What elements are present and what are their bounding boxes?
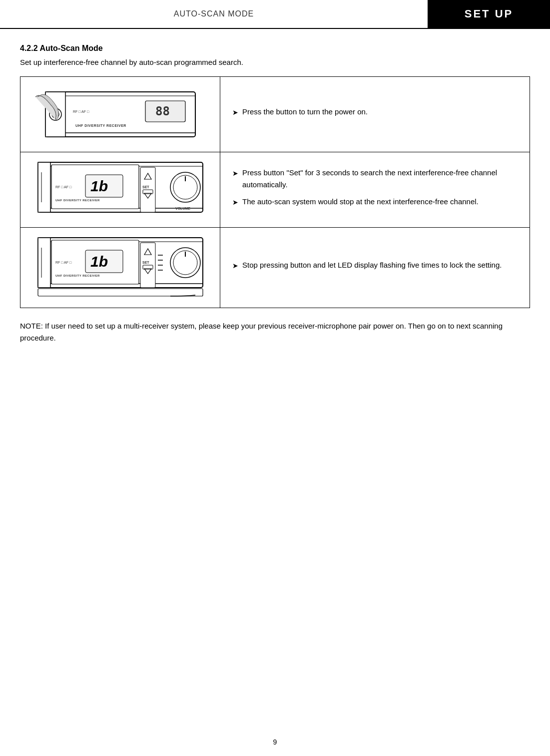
- arrow-icon-1: ➤: [232, 107, 238, 118]
- image-cell-2: RF □ AF □ UHF DIVERSITY RECEIVER 1b SET: [20, 152, 220, 228]
- section-title: 4.2.2 Auto-Scan Mode: [20, 44, 530, 53]
- page-header: AUTO-SCAN MODE SET UP: [0, 0, 550, 29]
- bullet-2-1-text: Press button "Set" for 3 seconds to sear…: [242, 167, 518, 191]
- note-section: NOTE: If user need to set up a multi-rec…: [20, 320, 530, 344]
- table-row: RF □ AF □ UHF DIVERSITY RECEIVER 1b SET: [20, 152, 530, 228]
- svg-text:SET: SET: [142, 185, 149, 189]
- table-row: RF □ AF □ UHF DIVERSITY RECEIVER 1b SET: [20, 228, 530, 308]
- svg-rect-31: [38, 238, 50, 288]
- text-cell-3: ➤ Stop pressing button and let LED displ…: [220, 228, 530, 308]
- bullet-3-1-text: Stop pressing button and let LED display…: [242, 259, 502, 271]
- page-number: 9: [273, 738, 277, 746]
- svg-text:RF □ AF □: RF □ AF □: [55, 185, 72, 189]
- device-svg-row1: 88 RF □ AF □ UHF DIVERSITY RECEIVER: [30, 82, 210, 147]
- image-cell-3: RF □ AF □ UHF DIVERSITY RECEIVER 1b SET: [20, 228, 220, 308]
- svg-text:88: 88: [155, 104, 170, 118]
- arrow-icon-2: ➤: [232, 168, 238, 179]
- device-svg-row3: RF □ AF □ UHF DIVERSITY RECEIVER 1b SET: [30, 233, 210, 303]
- image-cell-1: 88 RF □ AF □ UHF DIVERSITY RECEIVER: [20, 77, 220, 152]
- main-content: 4.2.2 Auto-Scan Mode Set up interference…: [0, 29, 550, 354]
- svg-text:UHF DIVERSITY RECEIVER: UHF DIVERSITY RECEIVER: [55, 274, 100, 277]
- svg-text:1b: 1b: [90, 253, 108, 270]
- bullet-2-1: ➤ Press button "Set" for 3 seconds to se…: [232, 167, 518, 191]
- device-illustration-3: RF □ AF □ UHF DIVERSITY RECEIVER 1b SET: [25, 233, 215, 303]
- device-svg-row2: RF □ AF □ UHF DIVERSITY RECEIVER 1b SET: [30, 157, 210, 222]
- svg-text:1b: 1b: [90, 178, 108, 194]
- arrow-icon-3: ➤: [232, 197, 238, 208]
- svg-text:UHF DIVERSITY RECEIVER: UHF DIVERSITY RECEIVER: [75, 124, 126, 127]
- section-subtitle: Set up interference-free channel by auto…: [20, 58, 530, 66]
- svg-rect-51: [38, 289, 203, 296]
- svg-text:UHF DIVERSITY RECEIVER: UHF DIVERSITY RECEIVER: [55, 199, 100, 202]
- svg-text:VOLUME: VOLUME: [175, 207, 190, 210]
- bullet-2-2-text: The auto-scan system would stop at the n…: [242, 196, 479, 208]
- note-label: NOTE:: [20, 322, 43, 330]
- svg-text:SET: SET: [142, 261, 149, 264]
- text-cell-2: ➤ Press button "Set" for 3 seconds to se…: [220, 152, 530, 228]
- device-illustration-1: 88 RF □ AF □ UHF DIVERSITY RECEIVER: [25, 82, 215, 147]
- bullet-1-1-text: Press the button to turn the power on.: [242, 106, 368, 118]
- header-left-label: AUTO-SCAN MODE: [0, 9, 428, 18]
- device-illustration-2: RF □ AF □ UHF DIVERSITY RECEIVER 1b SET: [25, 157, 215, 222]
- svg-text:RF □ AF □: RF □ AF □: [55, 261, 72, 264]
- bullet-3-1: ➤ Stop pressing button and let LED displ…: [232, 259, 518, 271]
- instruction-table: 88 RF □ AF □ UHF DIVERSITY RECEIVER ➤ Pr…: [20, 76, 530, 308]
- svg-rect-12: [38, 162, 50, 212]
- arrow-icon-4: ➤: [232, 260, 238, 271]
- header-right-label: SET UP: [428, 0, 550, 28]
- bullet-1-1: ➤ Press the button to turn the power on.: [232, 106, 518, 118]
- svg-text:RF □ AF □: RF □ AF □: [73, 110, 89, 113]
- text-cell-1: ➤ Press the button to turn the power on.: [220, 77, 530, 152]
- bullet-2-2: ➤ The auto-scan system would stop at the…: [232, 196, 518, 208]
- table-row: 88 RF □ AF □ UHF DIVERSITY RECEIVER ➤ Pr…: [20, 77, 530, 152]
- note-text: If user need to set up a multi-receiver …: [20, 322, 503, 342]
